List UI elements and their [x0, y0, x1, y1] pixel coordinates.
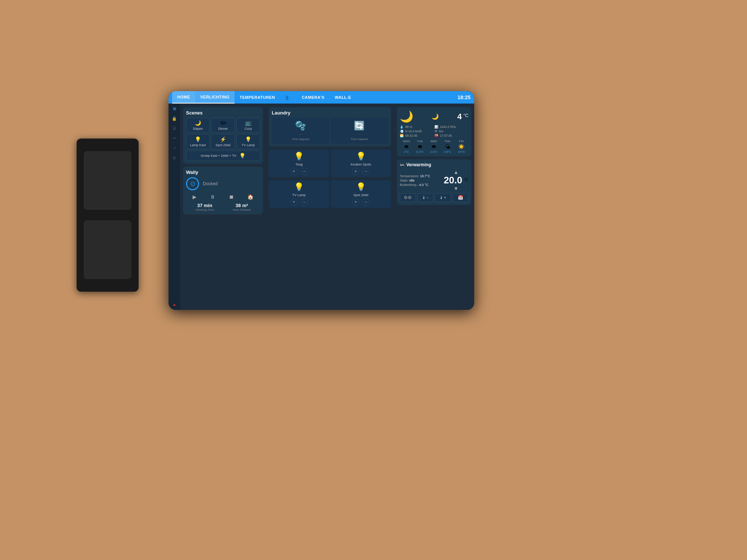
wind-value: N 10.4 km/h	[405, 129, 422, 133]
keuken-minus-button[interactable]: −	[362, 168, 369, 175]
scene-groep-label: Groep Kast + Zetel + TV	[201, 154, 236, 158]
forecast-mon-temp: 2°C	[404, 150, 409, 153]
toog-add-button[interactable]: +	[290, 168, 298, 175]
heating-schedule-button[interactable]: 📅	[452, 193, 468, 202]
sidebar-edit-icon[interactable]: ✏	[173, 136, 176, 141]
tab-home[interactable]: HOME	[172, 91, 195, 104]
visibility-value: km	[439, 129, 443, 133]
light-keuken-spots[interactable]: 💡 Keuken Spots + −	[331, 149, 391, 177]
heating-state-label: State:	[400, 179, 409, 182]
light-spot-zetel[interactable]: 💡 Spot Zetel + −	[331, 180, 391, 208]
scene-groep[interactable]: Groep Kast + Zetel + TV 💡	[186, 151, 260, 161]
weather-sunset: 🌇 17:07:45	[434, 134, 468, 137]
wally-robot-icon: ⊙	[186, 177, 199, 190]
wally-status: ⊙ Docked	[186, 177, 260, 190]
heating-radiator-icon: 🛏	[400, 162, 404, 167]
weather-forecast: MON 🌧 2°C TUE 🌧 0.2°C WED 🌧 2.4°C	[400, 140, 468, 153]
forecast-tue-icon: 🌧	[417, 144, 422, 149]
wally-play-button[interactable]: ▶	[191, 193, 198, 201]
scene-lamp-kast[interactable]: 💡 Lamp Kast	[186, 134, 210, 149]
scene-spot-zetel[interactable]: ⚡ Spot Zetel	[211, 134, 235, 149]
humidity-icon: 💧	[400, 125, 404, 129]
scene-slapen-icon: 🌙	[195, 120, 201, 126]
heating-state-value: Idle	[409, 179, 415, 182]
forecast-wed-name: WED	[430, 140, 437, 143]
heating-info: Temperature: 18.7°C State: Idle Buitente…	[400, 174, 430, 187]
spot-zetel-minus-button[interactable]: −	[362, 198, 369, 206]
spot-zetel-name: Spot Zetel	[353, 193, 368, 197]
scene-dinner[interactable]: 🍽 Dinner	[211, 118, 235, 133]
sidebar-grid-icon[interactable]: ⊞	[173, 106, 176, 111]
heating-buiten-row: Buitentemp.: 4.0 °C	[400, 183, 430, 187]
spot-zetel-controls: + −	[352, 198, 369, 206]
wally-docked-label: Docked	[203, 181, 218, 186]
scene-slapen[interactable]: 🌙 Slapen	[186, 118, 210, 133]
scene-spot-zetel-icon: ⚡	[220, 136, 226, 142]
scene-cozy[interactable]: 📺 Cozy	[236, 118, 260, 133]
heating-state-row: State: Idle	[400, 179, 430, 182]
wally-pause-button[interactable]: ⏸	[209, 193, 217, 201]
scene-cozy-icon: 📺	[245, 120, 251, 126]
heating-down-button[interactable]: ▼	[453, 186, 458, 191]
forecast-thu-name: THU	[445, 140, 450, 143]
scene-groep-icon: 💡	[239, 153, 245, 159]
wally-home-button[interactable]: 🏠	[246, 193, 255, 201]
heating-header: 🛏 Verwarming	[400, 162, 468, 167]
wally-stop-button[interactable]: ⏹	[227, 193, 235, 201]
scene-lamp-kast-icon: 💡	[195, 136, 201, 142]
scenes-grid: 🌙 Slapen 🍽 Dinner 📺 Cozy 💡	[186, 118, 260, 161]
keuken-spots-name: Keuken Spots	[351, 163, 371, 166]
tv-lamp-icon: 💡	[294, 182, 304, 192]
tab-cameras[interactable]: CAMERA'S	[297, 91, 329, 104]
heating-temp-up-button[interactable]: 🌡+	[435, 193, 451, 202]
wally-stats: 37 min Cleaning Time 38 m² Area Cleaned	[186, 203, 260, 211]
wally-card: Wally ⊙ Docked ▶ ⏸ ⏹ 🏠 37 min C	[183, 167, 263, 214]
laundry-machine2-time: Time elapsed	[351, 137, 368, 141]
keuken-add-button[interactable]: +	[352, 168, 359, 175]
forecast-wed-icon: 🌧	[431, 144, 436, 149]
scene-cozy-label: Cozy	[244, 127, 252, 131]
tv-lamp-minus-button[interactable]: −	[301, 198, 308, 206]
weather-temperature: 4	[457, 112, 462, 121]
tv-lamp-add-button[interactable]: +	[290, 198, 298, 206]
tab-verlichting[interactable]: VERLICHTING	[195, 91, 235, 104]
laundry-machine-2[interactable]: 🔄 — Time elapsed	[331, 118, 388, 144]
scene-tv-lamp-label: TV Lamp	[241, 143, 255, 147]
tab-people[interactable]: 👥	[280, 91, 297, 104]
tab-walle[interactable]: WALL-E	[330, 91, 356, 104]
heating-temp-label: Temperature:	[400, 174, 419, 178]
laundry-machine2-icon: 🔄	[354, 121, 365, 131]
heating-temp-row: Temperature: 18.7°C	[400, 174, 430, 178]
laundry-grid: 🫧 — Time elapsed 🔄 — Time elapsed	[272, 118, 388, 144]
sidebar-person-icon[interactable]: ●	[173, 303, 176, 307]
heating-up-button[interactable]: ▲	[453, 170, 458, 175]
sidebar-move-icon[interactable]: ⤢	[173, 146, 176, 151]
sidebar-menu-icon[interactable]: ☰	[173, 126, 176, 131]
heating-title: Verwarming	[406, 162, 431, 167]
visibility-icon: 👁	[434, 129, 438, 133]
laundry-machine-1[interactable]: 🫧 — Time elapsed	[272, 118, 329, 144]
forecast-thu: THU 🌤 3.5°C	[444, 140, 451, 153]
tv-lamp-controls: + −	[290, 198, 308, 206]
weather-temp-container: 4 °C	[457, 112, 468, 121]
wally-area-label: Area Cleaned	[233, 208, 251, 211]
sidebar-lock-icon[interactable]: 🔒	[172, 116, 177, 121]
toog-minus-button[interactable]: −	[301, 168, 308, 175]
switch-button-top[interactable]	[84, 151, 131, 210]
sunrise-value: 08:32:45	[405, 134, 417, 137]
wind-icon: 💨	[400, 129, 404, 133]
spot-zetel-add-button[interactable]: +	[352, 198, 359, 206]
scene-tv-lamp[interactable]: 💡 TV Lamp	[236, 134, 260, 149]
laundry-machine1-icon: 🫧	[295, 121, 306, 131]
nav-time: 18:25	[457, 94, 471, 100]
light-tv-lamp[interactable]: 💡 TV Lamp + −	[269, 180, 329, 208]
tab-temperaturen[interactable]: TEMPERATUREN	[235, 91, 280, 104]
sidebar-settings-icon[interactable]: ⚙	[173, 156, 176, 160]
heating-mode-auto-button[interactable]: ⚙⚙	[400, 193, 416, 202]
heating-temp-down-button[interactable]: 🌡−	[417, 193, 433, 202]
right-panel: 🌙 🌙 4 °C 💧 88 % 📊	[394, 104, 474, 310]
light-toog[interactable]: 💡 Toog + −	[269, 149, 329, 177]
wally-controls: ▶ ⏸ ⏹ 🏠	[186, 193, 260, 201]
switch-button-bottom[interactable]	[84, 221, 131, 279]
wally-cleaning-time-value: 37 min	[196, 203, 214, 208]
